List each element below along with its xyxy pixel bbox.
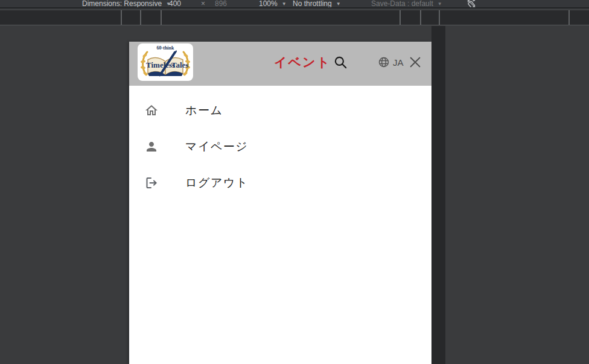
menu-item-logout[interactable]: ログアウト: [129, 165, 431, 201]
home-icon: [144, 103, 159, 118]
ruler-tick: [121, 10, 122, 25]
chevron-down-icon: ▼: [336, 1, 341, 7]
logo-title-left: Timeless: [146, 60, 175, 69]
chevron-down-icon: ▼: [438, 1, 442, 7]
throttling-select[interactable]: No throttling ▼: [293, 0, 341, 8]
dimensions-label: Dimensions: Responsive: [82, 0, 162, 8]
menu-item-label: ログアウト: [185, 175, 249, 191]
rotate-device-button[interactable]: [465, 0, 477, 8]
save-data-select[interactable]: Save-Data : default ▼: [371, 0, 442, 8]
rotate-device-icon: [465, 0, 477, 8]
device-toolbar: Dimensions: Responsive ▼ 400 × 896 100% …: [0, 0, 589, 8]
dimensions-times-icon: ×: [201, 0, 205, 8]
viewport-right-gutter: [431, 26, 445, 364]
ruler-tick: [420, 10, 421, 25]
ruler-tick: [400, 10, 401, 25]
ruler-tick: [568, 10, 570, 25]
ruler-tick: [439, 10, 440, 25]
menu-item-home[interactable]: ホーム: [129, 92, 431, 129]
menu-item-label: マイページ: [185, 139, 248, 155]
devtools-responsive-view: Dimensions: Responsive ▼ 400 × 896 100% …: [0, 0, 589, 364]
viewport-height-input[interactable]: 896: [215, 0, 227, 8]
ruler-tick: [140, 10, 141, 25]
language-button[interactable]: [378, 56, 390, 68]
logout-icon: [144, 176, 159, 190]
emulated-page: 60-think Timeless Tales イベント: [129, 42, 431, 364]
language-code-label[interactable]: JA: [393, 57, 404, 68]
mobile-menu: ホーム マイページ: [129, 86, 431, 201]
globe-icon: [378, 56, 390, 68]
ruler-bar: [0, 10, 589, 25]
menu-item-mypage[interactable]: マイページ: [129, 129, 431, 165]
chevron-down-icon: ▼: [282, 1, 287, 7]
logo-title-right: Tales: [171, 60, 188, 69]
nav-event-link[interactable]: イベント: [269, 54, 336, 71]
search-icon: [333, 54, 348, 70]
person-icon: [144, 139, 159, 154]
logo-banner-text: 60-think: [157, 45, 174, 51]
viewport-width-input[interactable]: 400: [169, 0, 181, 8]
dimensions-select[interactable]: Dimensions: Responsive ▼: [82, 0, 171, 8]
zoom-select[interactable]: 100% ▼: [259, 0, 287, 8]
close-menu-button[interactable]: [409, 56, 422, 69]
ruler-tick: [161, 10, 162, 25]
menu-item-label: ホーム: [185, 103, 223, 118]
close-icon: [409, 56, 422, 69]
site-header: 60-think Timeless Tales イベント: [129, 42, 431, 86]
search-button[interactable]: [333, 54, 348, 70]
site-logo[interactable]: 60-think Timeless Tales: [138, 43, 193, 81]
